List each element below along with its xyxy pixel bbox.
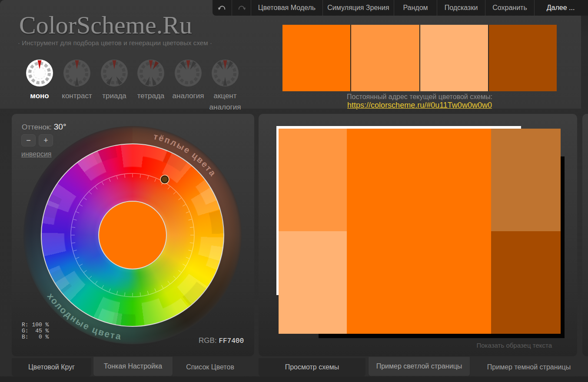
svg-text:тёплые цвета: тёплые цвета <box>153 131 218 178</box>
svg-text:холодные цвета: холодные цвета <box>46 291 123 342</box>
